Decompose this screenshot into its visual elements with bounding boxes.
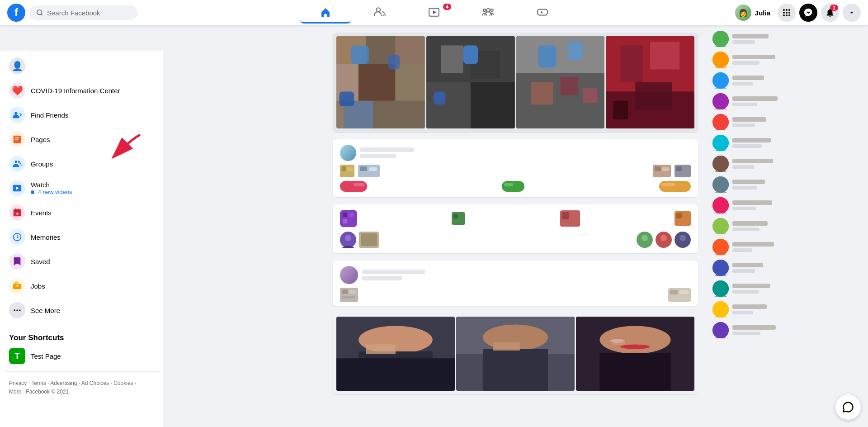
feed-card-stories [333,139,698,197]
contact-item-4[interactable] [709,91,864,111]
feed-card-post [333,261,698,306]
watch-icon [428,6,440,18]
shortcuts-title: Your Shortcuts [4,330,159,344]
facebook-logo[interactable]: f [7,4,25,22]
watch-sidebar-icon [9,180,25,196]
svg-point-148 [717,200,724,207]
contact-item-6[interactable] [709,133,864,153]
contact-sub-line-9 [732,207,756,210]
sidebar-item-jobs[interactable]: Jobs [4,274,159,298]
svg-rect-114 [679,290,689,294]
grid-icon [782,8,791,17]
contact-avatar-3 [712,72,729,89]
sidebar-item-saved[interactable]: Saved [4,250,159,273]
svg-line-1 [41,14,42,15]
svg-rect-93 [453,214,458,218]
contact-item-2[interactable] [709,50,864,70]
chat-bubble[interactable] [835,394,861,420]
sidebar-shortcut-test-page[interactable]: T Test Page [4,344,159,368]
svg-rect-31 [13,284,21,289]
sidebar-item-pages[interactable]: Pages [4,128,159,151]
contact-item-7[interactable] [709,154,864,174]
contact-item-8[interactable] [709,175,864,195]
svg-point-128 [620,345,650,349]
svg-rect-47 [340,91,354,106]
contact-name-line-6 [732,138,771,142]
svg-rect-119 [336,358,455,391]
contact-item-1[interactable] [709,29,864,49]
nav-watch[interactable]: 4 [409,2,459,24]
contact-name-line-8 [732,180,765,184]
contact-name-line-11 [732,242,774,247]
contact-item-3[interactable] [709,71,864,90]
spacer3 [528,181,656,192]
contact-item-14[interactable] [709,299,864,319]
sidebar-item-watch[interactable]: Watch 4 new videos [4,176,159,200]
post-header-1 [340,145,691,161]
svg-rect-69 [636,82,673,110]
contact-item-12[interactable] [709,258,864,278]
svg-rect-127 [599,353,670,391]
contact-item-5[interactable] [709,112,864,132]
sidebar-item-events[interactable]: ★ Events [4,201,159,224]
contact-sub-line-3 [732,82,753,85]
nav-right: 👩 Julia 1 [698,3,861,23]
suggestions-content [333,204,698,253]
contact-name-line-7 [732,159,773,163]
svg-point-138 [717,96,724,103]
nav-left: f Search Facebook [7,4,170,22]
sidebar-item-groups[interactable]: Groups [4,152,159,176]
user-profile[interactable]: 👩 Julia [731,3,774,23]
account-arrow-button[interactable] [843,4,861,22]
sidebar-item-see-more[interactable]: See More [4,299,159,322]
test-page-label: Test Page [31,352,61,360]
svg-point-136 [717,76,724,82]
saved-icon [9,253,25,270]
notifications-button[interactable]: 1 [821,4,839,22]
sidebar-jobs-label: Jobs [31,282,45,290]
sidebar-item-profile-avatar[interactable]: 👤 [4,54,159,78]
svg-point-12 [783,12,785,14]
sidebar-item-find-friends[interactable]: Find Friends [4,103,159,127]
svg-point-130 [610,339,625,342]
right-sidebar [705,25,868,427]
contact-item-15[interactable] [709,320,864,340]
post-avatar-1 [340,145,356,161]
contact-item-10[interactable] [709,216,864,236]
nav-home[interactable] [300,2,351,24]
sidebar-item-memories[interactable]: Memories [4,225,159,249]
sidebar-memories-label: Memories [31,233,61,241]
contact-avatar-14 [712,301,729,318]
svg-rect-63 [582,88,597,103]
svg-rect-81 [676,166,682,171]
svg-rect-82 [340,181,367,192]
svg-rect-72 [342,166,346,171]
sidebar-groups-label: Groups [31,160,53,168]
memories-icon [9,229,25,245]
contact-item-11[interactable] [709,237,864,257]
post-4-content [333,261,698,306]
svg-point-0 [37,10,42,15]
svg-rect-89 [343,213,347,217]
messenger-button[interactable] [799,4,817,22]
nav-friends[interactable] [354,2,405,24]
contact-item-13[interactable] [709,279,864,299]
svg-rect-75 [360,166,367,171]
nav-gaming[interactable] [517,2,568,24]
apps-grid-button[interactable] [778,4,796,22]
search-bar[interactable]: Search Facebook [29,5,137,20]
contact-name-line-3 [732,76,764,80]
contact-avatar-15 [712,322,729,338]
nav-groups[interactable] [463,2,514,24]
test-page-shortcut-icon: T [9,348,25,364]
contact-avatar-4 [712,93,729,109]
svg-rect-46 [388,55,400,70]
sidebar-item-covid[interactable]: ❤️ COVID-19 Information Center [4,79,159,102]
contact-name-line-1 [732,34,769,38]
svg-rect-118 [366,345,396,354]
home-icon [320,7,331,18]
svg-rect-54 [463,45,478,64]
messenger-icon [803,8,813,18]
contact-item-9[interactable] [709,195,864,215]
svg-point-105 [660,235,667,241]
